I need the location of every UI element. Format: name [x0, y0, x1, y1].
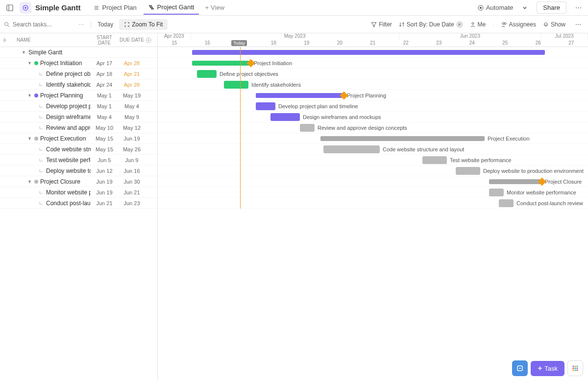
gantt-bar[interactable]: Design wireframes and mockups — [270, 113, 300, 121]
sidebar-toggle-icon[interactable] — [4, 2, 16, 14]
gantt-bar[interactable]: Review and approve design concepts — [300, 124, 315, 132]
gantt-bar[interactable]: Identify stakeholders — [224, 81, 248, 89]
task-start-date[interactable]: Apr 17 — [91, 60, 118, 66]
gantt-bar[interactable]: Project Execution — [320, 136, 485, 141]
today-button[interactable]: Today — [98, 21, 113, 28]
task-row[interactable]: Design wireframes and mockupsMay 4May 9 — [0, 112, 157, 122]
me-button[interactable]: Me — [470, 21, 486, 28]
assignees-button[interactable]: Assignees — [501, 21, 536, 28]
task-start-date[interactable]: May 4 — [91, 114, 118, 120]
task-row[interactable]: Define project objectivesApr 18Apr 21 — [0, 69, 157, 79]
task-start-date[interactable]: Jun 5 — [91, 157, 118, 163]
task-due-date[interactable]: Jun 16 — [118, 168, 146, 174]
task-row[interactable]: Identify stakeholdersApr 24Apr 28 — [0, 79, 157, 90]
add-view-button[interactable]: + View — [201, 0, 228, 15]
task-start-date[interactable]: May 1 — [91, 103, 118, 109]
task-start-date[interactable]: Jun 19 — [91, 190, 118, 195]
automate-button[interactable]: Automate — [477, 4, 514, 11]
task-start-date[interactable]: Apr 18 — [91, 71, 118, 77]
gantt-bar[interactable]: Deploy website to production environment — [456, 167, 480, 175]
task-start-date[interactable]: May 15 — [91, 136, 118, 142]
task-start-date[interactable]: May 10 — [91, 125, 118, 131]
task-due-date[interactable]: Apr 28 — [118, 82, 146, 88]
gantt-bar[interactable]: Project Initiation — [192, 61, 251, 66]
gantt-bar[interactable]: Project Planning — [256, 93, 344, 98]
caret-down-icon[interactable]: ▼ — [27, 93, 32, 98]
task-due-date[interactable]: Jun 23 — [118, 200, 146, 206]
task-start-date[interactable]: Jun 21 — [91, 200, 118, 206]
task-due-date[interactable]: Jun 9 — [118, 157, 146, 163]
caret-down-icon[interactable]: ▼ — [27, 179, 32, 184]
task-due-date[interactable]: Jun 30 — [118, 179, 146, 185]
task-group-row[interactable]: ▼Project ClosureJun 19Jun 30 — [0, 176, 157, 187]
task-group-row[interactable]: ▼Project PlanningMay 1May 19 — [0, 90, 157, 101]
expand-all-icon[interactable] — [0, 38, 10, 43]
task-start-date[interactable]: May 15 — [91, 146, 118, 152]
svg-point-11 — [480, 7, 482, 9]
share-button[interactable]: Share — [537, 1, 566, 14]
task-due-date[interactable]: Jun 19 — [118, 136, 146, 142]
task-due-date[interactable]: May 9 — [118, 114, 146, 120]
search-input[interactable] — [13, 21, 62, 28]
task-due-date[interactable]: May 19 — [118, 93, 146, 98]
task-group-row[interactable]: ▼Simple Gantt — [0, 47, 157, 58]
filter-button[interactable]: Filter — [371, 21, 392, 28]
task-group-row[interactable]: ▼Project ExecutionMay 15Jun 19 — [0, 133, 157, 144]
column-due-header[interactable]: Due Date — [118, 37, 146, 43]
month-header: Jul 2023 — [541, 33, 588, 40]
task-due-date[interactable]: May 4 — [118, 103, 146, 109]
task-due-date[interactable]: May 12 — [118, 125, 146, 131]
task-due-date[interactable]: Apr 28 — [118, 60, 146, 66]
gantt-bar[interactable]: Test website performance — [422, 156, 447, 164]
gantt-bar[interactable]: Monitor website performance — [489, 189, 504, 196]
gantt-bar[interactable]: Code website structure and layout — [323, 145, 380, 153]
column-start-header[interactable]: Start Date — [91, 35, 118, 46]
gantt-bar[interactable]: Project Closure — [489, 179, 542, 184]
zoom-label: Zoom To Fit — [132, 21, 163, 28]
chevron-down-icon[interactable] — [519, 2, 531, 14]
task-row[interactable]: Monitor website performanceJun 19Jun 21 — [0, 187, 157, 198]
add-column-icon[interactable] — [146, 37, 157, 43]
caret-down-icon[interactable]: ▼ — [27, 136, 32, 141]
task-group-row[interactable]: ▼Project InitiationApr 17Apr 28 — [0, 58, 157, 69]
tab-project-gantt[interactable]: Project Gantt — [144, 0, 199, 15]
show-button[interactable]: Show — [543, 21, 565, 28]
new-task-button[interactable]: Task — [531, 361, 564, 376]
person-icon — [470, 22, 476, 27]
more-icon[interactable]: ⋯ — [572, 2, 584, 14]
gantt-bar-label: Project Closure — [545, 179, 582, 185]
task-start-date[interactable]: Jun 19 — [91, 179, 118, 185]
task-row[interactable]: Test website performanceJun 5Jun 9 — [0, 155, 157, 166]
task-row[interactable]: Conduct post-launch reviewJun 21Jun 23 — [0, 198, 157, 209]
caret-down-icon[interactable]: ▼ — [22, 50, 26, 55]
caret-down-icon[interactable]: ▼ — [27, 61, 32, 66]
task-start-date[interactable]: May 1 — [91, 93, 118, 98]
column-name-header[interactable]: NAME — [10, 37, 91, 43]
sort-clear-icon[interactable]: × — [456, 21, 463, 28]
apps-button[interactable] — [567, 360, 583, 376]
space-icon[interactable] — [20, 2, 31, 14]
gantt-bar-label: Project Execution — [488, 136, 530, 142]
subtask-icon — [38, 71, 44, 77]
task-due-date[interactable]: Jun 21 — [118, 190, 146, 195]
toolbar-more-icon[interactable]: ⋯ — [572, 19, 584, 30]
quick-action-button[interactable] — [512, 360, 528, 376]
task-row[interactable]: Deploy website to production environment… — [0, 166, 157, 176]
task-start-date[interactable]: Apr 24 — [91, 82, 118, 88]
task-row[interactable]: Code website structure and layoutMay 15M… — [0, 144, 157, 155]
task-due-date[interactable]: May 26 — [118, 146, 146, 152]
layers-icon — [543, 22, 549, 27]
task-due-date[interactable]: Apr 21 — [118, 71, 146, 77]
task-row[interactable]: Develop project plan and timelineMay 1Ma… — [0, 101, 157, 112]
gantt-bar[interactable]: Define project objectives — [197, 70, 217, 78]
gantt-bar[interactable]: Conduct post-launch review — [499, 199, 514, 207]
task-row[interactable]: Review and approve design conceptsMay 10… — [0, 122, 157, 133]
task-start-date[interactable]: Jun 12 — [91, 168, 118, 174]
search-more-icon[interactable]: ⋯ — [78, 21, 84, 28]
zoom-to-fit-button[interactable]: Zoom To Fit — [119, 19, 168, 30]
task-name-label: Monitor website performance — [46, 189, 91, 196]
tab-project-plan[interactable]: Project Plan — [89, 0, 142, 15]
sort-button[interactable]: Sort By: Due Date × — [399, 21, 463, 28]
gantt-bar[interactable] — [192, 50, 545, 55]
gantt-bar[interactable]: Develop project plan and timeline — [256, 102, 275, 110]
